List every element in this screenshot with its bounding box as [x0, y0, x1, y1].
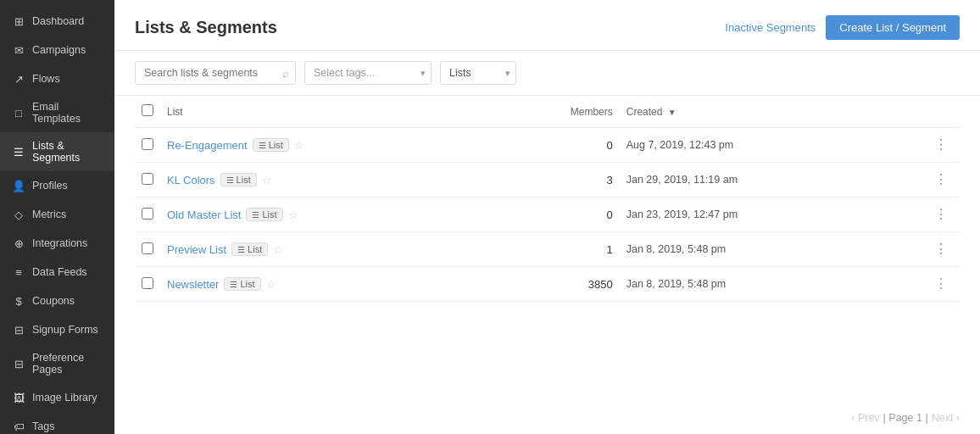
- row-checkbox-4[interactable]: [142, 277, 153, 289]
- list-name-link-0[interactable]: Re-Engagement: [167, 139, 248, 152]
- row-actions-button-4[interactable]: ⋮: [929, 275, 953, 292]
- tags-icon: 🏷: [12, 420, 25, 433]
- search-wrapper: ⌕: [135, 61, 296, 85]
- col-created: Created ▼: [620, 96, 922, 128]
- sidebar-label-metrics: Metrics: [32, 209, 66, 220]
- row-checkbox-1[interactable]: [142, 173, 153, 185]
- sidebar-item-tags[interactable]: 🏷 Tags: [0, 412, 114, 434]
- row-actions-button-3[interactable]: ⋮: [929, 241, 953, 258]
- select-all-checkbox[interactable]: [142, 104, 153, 116]
- created-cell-4: Jan 8, 2019, 5:48 pm: [620, 267, 922, 302]
- campaigns-icon: ✉: [12, 43, 25, 57]
- sidebar-label-data-feeds: Data Feeds: [32, 266, 87, 278]
- sidebar-item-metrics[interactable]: ◇ Metrics: [0, 200, 114, 229]
- email-templates-icon: □: [12, 106, 25, 120]
- table-row: Preview List ☰ List ☆ 1 Jan 8, 2019, 5:4…: [135, 232, 960, 267]
- sidebar-label-campaigns: Campaigns: [32, 44, 86, 56]
- sidebar-item-signup-forms[interactable]: ⊟ Signup Forms: [0, 315, 114, 344]
- tags-select[interactable]: Select tags...: [304, 61, 432, 85]
- lists-table: List Members Created ▼ Re-Engagement ☰ L…: [135, 96, 960, 302]
- sidebar-item-profiles[interactable]: 👤 Profiles: [0, 171, 114, 200]
- dashboard-icon: ⊞: [12, 14, 25, 28]
- preference-pages-icon: ⊟: [12, 357, 25, 370]
- list-name-link-2[interactable]: Old Master List: [167, 209, 241, 221]
- sidebar-label-image-library: Image Library: [32, 392, 97, 403]
- sidebar-item-data-feeds[interactable]: ≡ Data Feeds: [0, 258, 114, 287]
- page-header: Lists & Segments Inactive Segments Creat…: [114, 0, 980, 51]
- list-name-cell-0: Re-Engagement ☰ List ☆: [160, 128, 477, 163]
- sidebar-label-tags: Tags: [32, 420, 54, 432]
- table-row: Newsletter ☰ List ☆ 3850 Jan 8, 2019, 5:…: [135, 267, 960, 302]
- actions-cell-2: ⋮: [922, 198, 960, 232]
- star-icon-0[interactable]: ☆: [294, 139, 304, 152]
- created-cell-3: Jan 8, 2019, 5:48 pm: [620, 232, 922, 267]
- col-list: List: [160, 96, 477, 128]
- row-checkbox-2[interactable]: [142, 208, 153, 220]
- sidebar-item-email-templates[interactable]: □ Email Templates: [0, 93, 114, 132]
- main-content: Lists & Segments Inactive Segments Creat…: [114, 0, 980, 434]
- signup-forms-icon: ⊟: [12, 323, 25, 337]
- list-name-cell-2: Old Master List ☰ List ☆: [160, 198, 477, 232]
- star-icon-1[interactable]: ☆: [262, 174, 272, 186]
- sidebar-item-integrations[interactable]: ⊕ Integrations: [0, 229, 114, 258]
- star-icon-2[interactable]: ☆: [288, 209, 298, 221]
- row-checkbox-0[interactable]: [142, 138, 153, 150]
- list-name-cell-4: Newsletter ☰ List ☆: [160, 267, 477, 302]
- sidebar-item-coupons[interactable]: $ Coupons: [0, 287, 114, 315]
- list-name-link-4[interactable]: Newsletter: [167, 278, 219, 291]
- next-button[interactable]: Next ›: [932, 412, 960, 424]
- created-cell-0: Aug 7, 2019, 12:43 pm: [620, 128, 922, 163]
- sidebar-label-lists-segments: Lists & Segments: [32, 140, 103, 164]
- members-cell-1: 3: [477, 163, 620, 198]
- sidebar-item-campaigns[interactable]: ✉ Campaigns: [0, 36, 114, 64]
- row-actions-button-1[interactable]: ⋮: [929, 171, 953, 188]
- page-title: Lists & Segments: [135, 18, 277, 37]
- sidebar-label-profiles: Profiles: [32, 180, 68, 192]
- list-tag-badge-2: ☰ List: [246, 208, 282, 221]
- sidebar-label-coupons: Coupons: [32, 295, 75, 307]
- sidebar-label-dashboard: Dashboard: [32, 15, 84, 27]
- sidebar-item-preference-pages[interactable]: ⊟ Preference Pages: [0, 344, 114, 383]
- data-feeds-icon: ≡: [12, 265, 25, 279]
- flows-icon: ↗: [12, 72, 25, 86]
- toolbar: ⌕ Select tags... Lists Segments All: [114, 51, 980, 96]
- inactive-segments-button[interactable]: Inactive Segments: [725, 21, 816, 34]
- actions-cell-4: ⋮: [922, 267, 960, 302]
- table-row: Old Master List ☰ List ☆ 0 Jan 23, 2019,…: [135, 198, 960, 232]
- members-cell-3: 1: [477, 232, 620, 267]
- sidebar: ⊞ Dashboard ✉ Campaigns ↗ Flows □ Email …: [0, 0, 114, 434]
- members-cell-2: 0: [477, 198, 620, 232]
- actions-cell-3: ⋮: [922, 232, 960, 267]
- sidebar-label-email-templates: Email Templates: [32, 101, 103, 125]
- star-icon-4[interactable]: ☆: [266, 278, 276, 291]
- search-input[interactable]: [135, 61, 296, 85]
- type-select-wrapper: Lists Segments All: [440, 61, 516, 85]
- metrics-icon: ◇: [12, 208, 25, 221]
- pagination: ‹ Prev | Page 1 | Next ›: [114, 402, 980, 434]
- sidebar-label-integrations: Integrations: [32, 237, 87, 249]
- sidebar-item-dashboard[interactable]: ⊞ Dashboard: [0, 7, 114, 36]
- coupons-icon: $: [12, 294, 25, 308]
- sidebar-item-lists-segments[interactable]: ☰ Lists & Segments: [0, 132, 114, 171]
- list-name-link-1[interactable]: KL Colors: [167, 174, 215, 186]
- col-actions: [922, 96, 960, 128]
- sidebar-item-image-library[interactable]: 🖼 Image Library: [0, 383, 114, 412]
- sidebar-item-flows[interactable]: ↗ Flows: [0, 64, 114, 93]
- list-name-link-3[interactable]: Preview List: [167, 243, 226, 256]
- list-tag-badge-1: ☰ List: [220, 173, 257, 186]
- list-tag-badge-4: ☰ List: [224, 277, 260, 291]
- row-checkbox-3[interactable]: [142, 242, 153, 254]
- type-select[interactable]: Lists Segments All: [440, 61, 516, 85]
- page-indicator: | Page 1 |: [883, 412, 928, 424]
- table-row: KL Colors ☰ List ☆ 3 Jan 29, 2019, 11:19…: [135, 163, 960, 198]
- list-tag-badge-3: ☰ List: [231, 242, 268, 256]
- list-tag-badge-0: ☰ List: [253, 138, 289, 152]
- integrations-icon: ⊕: [12, 236, 25, 250]
- create-list-segment-button[interactable]: Create List / Segment: [826, 15, 960, 40]
- prev-button[interactable]: ‹ Prev: [851, 412, 879, 424]
- row-actions-button-2[interactable]: ⋮: [929, 206, 953, 223]
- star-icon-3[interactable]: ☆: [273, 243, 283, 256]
- col-members: Members: [477, 96, 620, 128]
- row-actions-button-0[interactable]: ⋮: [929, 136, 953, 153]
- tags-select-wrapper: Select tags...: [304, 61, 432, 85]
